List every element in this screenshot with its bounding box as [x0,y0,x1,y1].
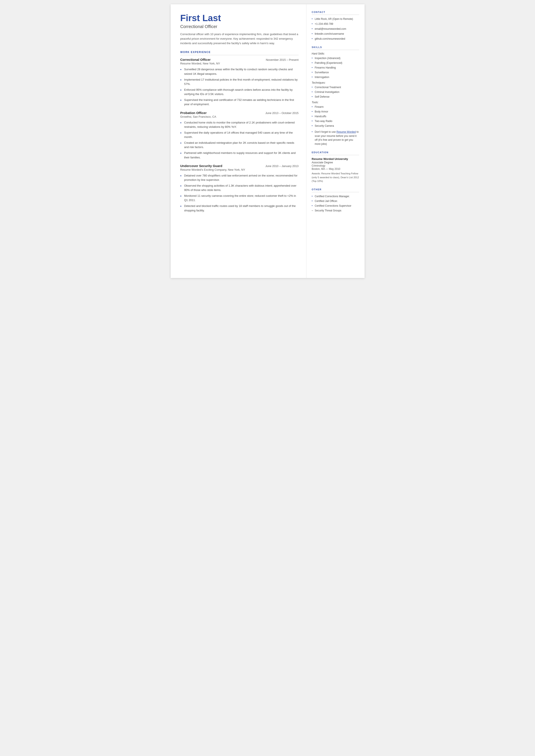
list-item: Implemented 17 institutional policies in… [180,78,299,86]
job-2-bullets: Conducted home visits to monitor the com… [180,121,299,160]
job-3-company: Resume Worded's Exciting Company, New Yo… [180,168,299,171]
job-1-title: Correctional Officer [180,58,211,61]
list-item: Conducted home visits to monitor the com… [180,121,299,129]
skill-item: Self Defense [312,95,359,99]
job-2-title: Probation Officer [180,111,207,115]
skill-item: Inspection (Advanced) [312,56,359,60]
edu-degree: Associate Degree [312,161,359,164]
job-2-dates: June 2013 – October 2015 [266,111,299,115]
list-item: Detained over 780 shoplifters until law … [180,174,299,182]
list-item: Observed the shopping activities of 1.3K… [180,183,299,192]
contact-location: Little Rock, AR (Open to Remote) [312,17,359,21]
skill-item: Correctional Treatment [312,85,359,89]
contact-phone: +1-234-456-789 [312,22,359,26]
job-1: Correctional Officer November 2015 – Pre… [180,58,299,106]
resume-page: First Last Correctional Officer Correcti… [171,4,365,278]
job-3: Undercover Security Guard June 2010 – Ja… [180,164,299,213]
techniques-label: Techniques: [312,81,359,84]
skill-item: Criminal Investigation [312,90,359,94]
skill-item: Interrogation [312,75,359,79]
education-section: EDUCATION Resume Worded University Assoc… [312,151,359,183]
job-1-company: Resume Worded, New York, NY [180,62,299,65]
skills-note-text: Don't forget to use [315,130,337,133]
skill-item: Surveillance [312,70,359,74]
skill-item: Firearm [312,105,359,109]
other-item: Certified Corrections Manager. [312,194,359,198]
list-item: Created an individualized reintegration … [180,141,299,149]
list-item: Partnered with neighborhood members to s… [180,151,299,159]
list-item: Surveilled 28 dangerous areas within the… [180,67,299,76]
job-1-header: Correctional Officer November 2015 – Pre… [180,58,299,61]
list-item: Supervised the training and certificatio… [180,98,299,106]
contact-section: CONTACT Little Rock, AR (Open to Remote)… [312,11,359,41]
list-item: Monitored 11 security cameras covering t… [180,194,299,202]
list-item: Supervised the daily operations of 14 of… [180,130,299,139]
skill-item: Body Armor [312,110,359,114]
job-2: Probation Officer June 2013 – October 20… [180,111,299,160]
other-section-title: OTHER [312,188,359,192]
skills-section-title: SKILLS [312,46,359,50]
contact-github: github.com/resumeworded [312,37,359,41]
skills-section: SKILLS Hard Skills: Inspection (Advanced… [312,46,359,146]
skills-promo-note: Don't forget to use Resume Worded to sca… [312,130,359,146]
summary-text: Correctional officer with 10 years of ex… [180,32,299,45]
right-column: CONTACT Little Rock, AR (Open to Remote)… [306,4,365,278]
job-3-dates: June 2010 – January 2013 [266,164,299,168]
other-item-dash: Security Threat Groups [312,209,359,212]
candidate-name: First Last [180,13,299,23]
edu-awards: Awards: Resume Worded Teaching Fellow (o… [312,172,359,183]
work-experience-section-title: WORK EXPERIENCE [180,51,299,55]
tools-label: Tools: [312,101,359,104]
hard-skills-label: Hard Skills: [312,52,359,55]
edu-location: Boston, MA — May 2010 [312,167,359,170]
job-1-dates: November 2015 – Present [266,58,299,61]
education-section-title: EDUCATION [312,151,359,155]
skill-item: Two-way Radio [312,119,359,123]
job-3-bullets: Detained over 780 shoplifters until law … [180,174,299,213]
job-1-bullets: Surveilled 28 dangerous areas within the… [180,67,299,106]
contact-email: email@resumeworded.com [312,27,359,31]
candidate-title: Correctional Officer [180,24,299,29]
contact-linkedin: linkedin.com/in/username [312,32,359,36]
skill-item: Security Camera [312,124,359,128]
edu-school: Resume Worded University [312,157,359,160]
list-item: Enforced 95% compliance with thorough se… [180,88,299,96]
job-2-header: Probation Officer June 2013 – October 20… [180,111,299,115]
edu-field: Criminology [312,164,359,167]
job-2-company: Growthsi, San Francisco, CA [180,115,299,118]
contact-section-title: CONTACT [312,11,359,15]
job-3-title: Undercover Security Guard [180,164,222,168]
resume-worded-link[interactable]: Resume Worded [337,130,356,133]
skill-item: Firearms Handling [312,66,359,70]
left-column: First Last Correctional Officer Correcti… [171,4,306,278]
other-item: Certified Jail Officer. [312,199,359,203]
list-item: Detected and blocked traffic routes used… [180,204,299,212]
job-3-header: Undercover Security Guard June 2010 – Ja… [180,164,299,168]
other-section: OTHER Certified Corrections Manager. Cer… [312,188,359,212]
skill-item: Patrolling (Experienced) [312,61,359,65]
other-item: Certified Corrections Supervisor [312,204,359,208]
skill-item: Handcuffs [312,114,359,118]
